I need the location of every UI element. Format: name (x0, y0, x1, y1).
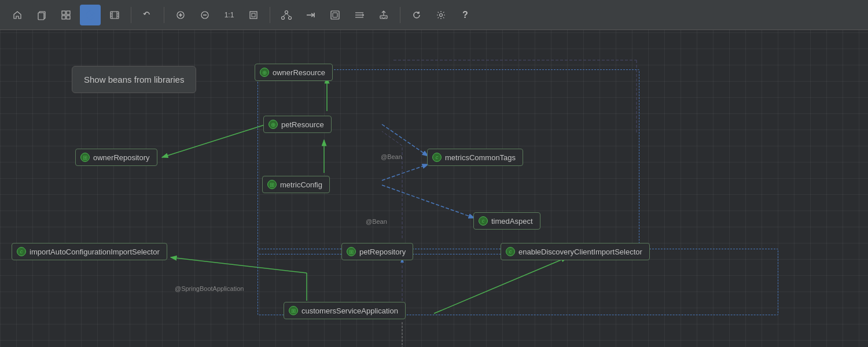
arrange-button[interactable] (349, 5, 370, 25)
svg-line-45 (382, 164, 428, 180)
film-button[interactable] (104, 5, 125, 25)
bean-icon-petResource (269, 120, 278, 129)
svg-line-42 (162, 124, 266, 157)
bean-enableDiscoveryClientImportSelector[interactable]: enableDiscoveryClientImportSelector (501, 243, 650, 260)
svg-line-24 (283, 13, 286, 16)
svg-rect-7 (111, 12, 119, 19)
svg-point-22 (282, 16, 285, 19)
edge-label-bean2: @Bean (366, 218, 387, 225)
edge-label-springboot: @SpringBootApplication (175, 285, 244, 292)
help-button[interactable]: ? (455, 5, 476, 25)
bean-metricConfig[interactable]: metricConfig (262, 176, 330, 193)
bean-label-importAuto: importAutoConfigurationImportSelector (30, 248, 160, 256)
zoom-in-button[interactable] (170, 5, 191, 25)
svg-rect-2 (62, 11, 65, 14)
undo-button[interactable] (137, 5, 158, 25)
bean-customersServiceApplication[interactable]: customersServiceApplication (284, 302, 406, 319)
home-button[interactable] (7, 5, 28, 25)
svg-line-52 (434, 257, 567, 313)
bean-label-ownerRepository: ownerRepository (93, 153, 150, 162)
edge-label-bean1: @Bean (381, 153, 402, 160)
fit-button[interactable] (243, 5, 264, 25)
bean-label-enableDiscovery: enableDiscoveryClientImportSelector (518, 248, 642, 256)
bean-label-petRepository: petRepository (359, 248, 406, 256)
bean-petResource[interactable]: petResource (263, 116, 332, 133)
layout-button[interactable] (56, 5, 76, 25)
connections-layer (0, 30, 868, 347)
divider-3 (270, 7, 270, 23)
svg-rect-3 (67, 11, 70, 14)
svg-rect-33 (380, 16, 387, 19)
bean-label-timedAspect: timedAspect (491, 217, 533, 226)
export-button[interactable] (373, 5, 394, 25)
bean-icon-importAuto (17, 247, 26, 256)
bean-icon-ownerResource (260, 68, 269, 77)
bean-icon-customersService (289, 306, 298, 315)
bean-label-ownerResource: ownerResource (273, 68, 325, 77)
svg-rect-20 (252, 13, 255, 17)
bean-label-customersService: customersServiceApplication (301, 307, 398, 315)
divider-1 (131, 7, 131, 23)
zoom-out-button[interactable] (194, 5, 215, 25)
bean-icon-metricConfig (267, 180, 277, 189)
bean-icon-metricsCommonTags (432, 153, 442, 162)
bean-icon-ownerRepository (80, 153, 90, 162)
svg-rect-29 (333, 13, 337, 17)
tooltip-show-beans: Show beans from libraries (72, 66, 196, 93)
bean-timedAspect[interactable]: timedAspect (473, 212, 540, 230)
bean-ownerRepository[interactable]: ownerRepository (75, 149, 157, 166)
bean-label-metricsCommonTags: metricsCommonTags (445, 153, 516, 162)
svg-line-46 (382, 185, 475, 218)
hierarchy-button[interactable] (276, 5, 297, 25)
svg-point-23 (289, 16, 292, 19)
svg-point-21 (285, 10, 288, 13)
svg-line-48 (382, 131, 402, 146)
group-button[interactable] (325, 5, 345, 25)
copy-button[interactable] (31, 5, 52, 25)
tooltip-text: Show beans from libraries (84, 75, 184, 84)
bean-ownerResource[interactable]: ownerResource (255, 64, 333, 81)
svg-rect-4 (62, 16, 65, 19)
divider-2 (164, 7, 164, 23)
svg-rect-28 (331, 11, 339, 19)
svg-line-43 (382, 124, 428, 156)
zoom-reset-button[interactable]: 1:1 (219, 5, 240, 25)
bean-label-metricConfig: metricConfig (280, 180, 322, 189)
svg-point-35 (440, 13, 443, 16)
settings-button[interactable] (431, 5, 451, 25)
svg-rect-1 (38, 13, 44, 20)
bean-petRepository[interactable]: petRepository (341, 243, 413, 260)
run-button[interactable] (80, 5, 101, 25)
bean-label-petResource: petResource (281, 120, 324, 129)
svg-rect-5 (67, 16, 70, 19)
diagram-canvas[interactable]: ownerResource petResource ownerRepositor… (0, 30, 868, 347)
bean-importAutoConfigurationImportSelector[interactable]: importAutoConfigurationImportSelector (12, 243, 167, 260)
svg-line-25 (286, 13, 290, 16)
refresh-button[interactable] (406, 5, 427, 25)
bean-icon-petRepository (347, 247, 356, 256)
svg-rect-19 (250, 12, 257, 19)
bean-icon-enableDiscovery (506, 247, 515, 256)
toolbar: 1:1 (0, 0, 868, 30)
route-button[interactable] (300, 5, 321, 25)
bean-metricsCommonTags[interactable]: metricsCommonTags (427, 149, 523, 166)
svg-line-50 (171, 257, 307, 273)
divider-4 (400, 7, 400, 23)
bean-icon-timedAspect (479, 216, 488, 226)
